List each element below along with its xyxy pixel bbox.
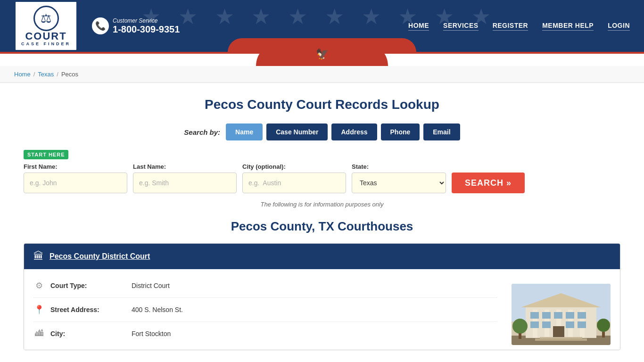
svg-rect-25 (602, 332, 605, 337)
city-label-detail: City: (50, 330, 126, 337)
tab-name[interactable]: Name (226, 123, 263, 140)
svg-rect-23 (519, 333, 521, 339)
nav-member-help[interactable]: MEMBER HELP (542, 22, 594, 31)
info-note: The following is for information purpose… (24, 201, 620, 208)
main-content: Pecos County Court Records Lookup Search… (0, 83, 644, 362)
city-label: City (optional): (242, 163, 346, 170)
start-here-badge: START HERE (24, 150, 68, 159)
detail-row-type: ⚙ Court Type: District Court (33, 274, 497, 298)
svg-rect-10 (530, 312, 539, 319)
last-name-group: Last Name: (133, 163, 237, 193)
breadcrumb-bar: Home / Texas / Pecos (0, 66, 644, 83)
address-value: 400 S. Nelson St. (132, 306, 183, 313)
city-group: City (optional): (242, 163, 346, 193)
svg-point-22 (512, 319, 528, 334)
courthouse-icon: 🏛 (33, 250, 44, 263)
address-label: Street Address: (50, 306, 126, 313)
svg-rect-12 (554, 312, 562, 319)
court-type-icon: ⚙ (33, 280, 45, 291)
site-logo[interactable]: COURT CASE FINDER (14, 0, 78, 51)
site-header: ★ ★ ★ ★ ★ ★ ★ ★ ★ ★ COURT CASE FINDER 📞 … (0, 0, 644, 52)
courthouse-details: ⚙ Court Type: District Court 📍 Street Ad… (33, 274, 497, 345)
phone-section: 📞 Customer Service 1-800-309-9351 (92, 17, 180, 35)
detail-row-city: 🏙 City: Fort Stockton (33, 322, 497, 345)
phone-number: 1-800-309-9351 (113, 24, 180, 35)
courthouse-body: ⚙ Court Type: District Court 📍 Street Ad… (24, 269, 620, 350)
courthouse-building-img (512, 284, 611, 345)
city-value: Fort Stockton (132, 330, 171, 337)
svg-rect-17 (566, 321, 574, 328)
courthouse-card: 🏛 Pecos County District Court ⚙ Court Ty… (24, 243, 620, 350)
breadcrumb-home[interactable]: Home (14, 71, 31, 78)
state-group: State: Texas Alabama Alaska Arizona Cali… (352, 163, 446, 193)
main-nav: HOME SERVICES REGISTER MEMBER HELP LOGIN (408, 22, 630, 31)
search-by-label: Search by: (184, 128, 220, 136)
search-form: First Name: Last Name: City (optional): … (24, 163, 620, 193)
svg-rect-18 (578, 321, 586, 328)
page-title: Pecos County Court Records Lookup (24, 97, 620, 112)
svg-rect-15 (530, 321, 539, 328)
breadcrumb-sep1: / (33, 71, 35, 78)
svg-rect-16 (542, 321, 551, 328)
last-name-input[interactable] (133, 173, 237, 193)
nav-home[interactable]: HOME (408, 22, 429, 31)
search-by-row: Search by: Name Case Number Address Phon… (24, 123, 620, 140)
last-name-label: Last Name: (133, 163, 237, 170)
courthouse-image (507, 274, 611, 345)
tab-address[interactable]: Address (331, 123, 377, 140)
detail-row-address: 📍 Street Address: 400 S. Nelson St. (33, 298, 497, 322)
logo-court-text: COURT (25, 31, 66, 41)
nav-services[interactable]: SERVICES (443, 22, 479, 31)
state-label: State: (352, 163, 446, 170)
svg-rect-14 (578, 312, 586, 319)
first-name-input[interactable] (24, 173, 127, 193)
breadcrumb-sep2: / (57, 71, 58, 78)
courthouse-name[interactable]: Pecos County District Court (50, 252, 150, 261)
svg-rect-21 (535, 338, 587, 341)
tab-email[interactable]: Email (423, 123, 460, 140)
nav-login[interactable]: LOGIN (608, 22, 630, 31)
first-name-label: First Name: (24, 163, 127, 170)
breadcrumb-state[interactable]: Texas (38, 71, 54, 78)
court-type-label: Court Type: (50, 282, 126, 289)
svg-point-24 (597, 319, 610, 332)
address-icon: 📍 (33, 304, 45, 315)
tab-phone[interactable]: Phone (381, 123, 420, 140)
logo-case-text: CASE FINDER (21, 41, 71, 46)
phone-icon: 📞 (92, 17, 109, 34)
breadcrumb: Home / Texas / Pecos (14, 71, 630, 78)
court-type-value: District Court (132, 282, 170, 289)
courthouses-title: Pecos County, TX Courthouses (24, 219, 620, 234)
svg-rect-11 (542, 312, 551, 319)
first-name-group: First Name: (24, 163, 127, 193)
logo-icon (33, 6, 59, 31)
city-icon: 🏙 (33, 329, 45, 338)
breadcrumb-county: Pecos (61, 71, 78, 78)
state-select[interactable]: Texas Alabama Alaska Arizona California … (352, 173, 446, 193)
nav-register[interactable]: REGISTER (493, 22, 528, 31)
svg-rect-19 (553, 326, 564, 338)
svg-rect-13 (566, 312, 574, 319)
eagle-banner: 🦅 ★ ★ ★ ★ ★ ★ ★ ★ ★ (0, 52, 644, 66)
tab-case-number[interactable]: Case Number (266, 123, 328, 140)
search-button[interactable]: SEARCH » (452, 173, 525, 193)
courthouse-header: 🏛 Pecos County District Court (24, 244, 620, 269)
city-input[interactable] (242, 173, 346, 193)
phone-label: Customer Service (113, 17, 180, 24)
